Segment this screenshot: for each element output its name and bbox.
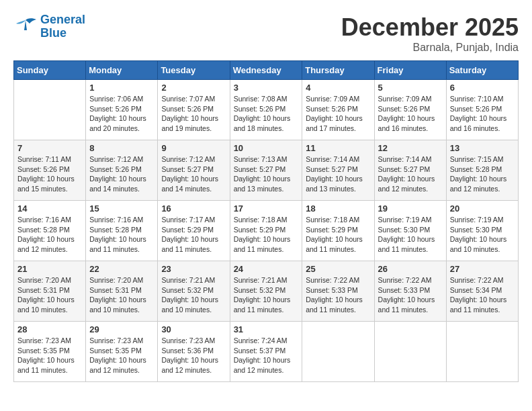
day-info: Sunrise: 7:11 AM Sunset: 5:26 PM Dayligh…	[17, 154, 82, 194]
calendar-day-header: Friday	[374, 61, 446, 80]
day-info: Sunrise: 7:22 AM Sunset: 5:34 PM Dayligh…	[450, 275, 515, 315]
day-number: 20	[450, 203, 515, 214]
day-number: 17	[234, 203, 299, 214]
calendar-week-row: 28Sunrise: 7:23 AM Sunset: 5:35 PM Dayli…	[14, 322, 519, 382]
day-number: 21	[17, 264, 82, 274]
calendar-week-row: 14Sunrise: 7:16 AM Sunset: 5:28 PM Dayli…	[14, 201, 519, 261]
calendar-cell	[374, 322, 446, 382]
calendar-cell: 11Sunrise: 7:14 AM Sunset: 5:27 PM Dayli…	[302, 140, 374, 201]
calendar-cell	[14, 80, 86, 140]
calendar-day-header: Wednesday	[230, 61, 302, 80]
day-number: 5	[378, 83, 443, 93]
day-number: 18	[306, 203, 370, 214]
day-info: Sunrise: 7:09 AM Sunset: 5:26 PM Dayligh…	[306, 94, 370, 134]
calendar-cell: 2Sunrise: 7:07 AM Sunset: 5:26 PM Daylig…	[158, 80, 230, 140]
title-block: December 2025 Barnala, Punjab, India	[341, 13, 519, 54]
calendar-cell: 1Sunrise: 7:06 AM Sunset: 5:26 PM Daylig…	[86, 80, 158, 140]
day-info: Sunrise: 7:18 AM Sunset: 5:29 PM Dayligh…	[306, 215, 370, 255]
day-info: Sunrise: 7:21 AM Sunset: 5:32 PM Dayligh…	[161, 275, 226, 315]
location: Barnala, Punjab, India	[341, 42, 519, 54]
calendar-week-row: 1Sunrise: 7:06 AM Sunset: 5:26 PM Daylig…	[14, 80, 519, 140]
calendar-cell: 23Sunrise: 7:21 AM Sunset: 5:32 PM Dayli…	[158, 261, 230, 322]
calendar-cell	[446, 322, 518, 382]
day-info: Sunrise: 7:24 AM Sunset: 5:37 PM Dayligh…	[234, 336, 299, 375]
calendar-cell: 7Sunrise: 7:11 AM Sunset: 5:26 PM Daylig…	[14, 140, 86, 201]
logo: General Blue	[13, 13, 85, 40]
day-info: Sunrise: 7:08 AM Sunset: 5:26 PM Dayligh…	[234, 94, 299, 134]
calendar-cell: 4Sunrise: 7:09 AM Sunset: 5:26 PM Daylig…	[302, 80, 374, 140]
calendar-cell: 27Sunrise: 7:22 AM Sunset: 5:34 PM Dayli…	[446, 261, 518, 322]
day-info: Sunrise: 7:06 AM Sunset: 5:26 PM Dayligh…	[89, 94, 154, 134]
calendar-day-header: Monday	[86, 61, 158, 80]
month-title: December 2025	[341, 13, 519, 42]
calendar-cell: 14Sunrise: 7:16 AM Sunset: 5:28 PM Dayli…	[14, 201, 86, 261]
calendar-cell: 3Sunrise: 7:08 AM Sunset: 5:26 PM Daylig…	[230, 80, 302, 140]
day-number: 12	[378, 143, 443, 153]
day-number: 3	[234, 83, 299, 93]
calendar-cell: 9Sunrise: 7:12 AM Sunset: 5:27 PM Daylig…	[158, 140, 230, 201]
day-info: Sunrise: 7:16 AM Sunset: 5:28 PM Dayligh…	[89, 215, 154, 255]
day-number: 11	[306, 143, 370, 153]
day-info: Sunrise: 7:13 AM Sunset: 5:27 PM Dayligh…	[234, 154, 299, 194]
day-info: Sunrise: 7:20 AM Sunset: 5:31 PM Dayligh…	[17, 275, 82, 315]
calendar-day-header: Saturday	[446, 61, 518, 80]
calendar-day-header: Sunday	[14, 61, 86, 80]
calendar-day-header: Tuesday	[158, 61, 230, 80]
calendar-cell: 5Sunrise: 7:09 AM Sunset: 5:26 PM Daylig…	[374, 80, 446, 140]
day-number: 31	[234, 324, 299, 334]
day-info: Sunrise: 7:17 AM Sunset: 5:29 PM Dayligh…	[161, 215, 226, 255]
day-number: 15	[89, 203, 154, 214]
calendar-cell: 29Sunrise: 7:23 AM Sunset: 5:35 PM Dayli…	[86, 322, 158, 382]
calendar-cell: 22Sunrise: 7:20 AM Sunset: 5:31 PM Dayli…	[86, 261, 158, 322]
day-number: 2	[161, 83, 226, 93]
day-info: Sunrise: 7:07 AM Sunset: 5:26 PM Dayligh…	[161, 94, 226, 134]
calendar-cell: 17Sunrise: 7:18 AM Sunset: 5:29 PM Dayli…	[230, 201, 302, 261]
calendar-cell: 25Sunrise: 7:22 AM Sunset: 5:33 PM Dayli…	[302, 261, 374, 322]
day-info: Sunrise: 7:20 AM Sunset: 5:31 PM Dayligh…	[89, 275, 154, 315]
day-info: Sunrise: 7:15 AM Sunset: 5:28 PM Dayligh…	[450, 154, 515, 194]
calendar-table: SundayMondayTuesdayWednesdayThursdayFrid…	[13, 60, 519, 382]
calendar-cell	[302, 322, 374, 382]
day-info: Sunrise: 7:16 AM Sunset: 5:28 PM Dayligh…	[17, 215, 82, 255]
day-number: 23	[161, 264, 226, 274]
day-info: Sunrise: 7:22 AM Sunset: 5:33 PM Dayligh…	[378, 275, 443, 315]
day-info: Sunrise: 7:19 AM Sunset: 5:30 PM Dayligh…	[450, 215, 515, 255]
day-number: 30	[161, 324, 226, 334]
logo-text: General Blue	[40, 13, 85, 40]
day-info: Sunrise: 7:19 AM Sunset: 5:30 PM Dayligh…	[378, 215, 443, 255]
day-number: 27	[450, 264, 515, 274]
day-info: Sunrise: 7:18 AM Sunset: 5:29 PM Dayligh…	[234, 215, 299, 255]
calendar-cell: 15Sunrise: 7:16 AM Sunset: 5:28 PM Dayli…	[86, 201, 158, 261]
calendar-cell: 31Sunrise: 7:24 AM Sunset: 5:37 PM Dayli…	[230, 322, 302, 382]
day-number: 13	[450, 143, 515, 153]
day-number: 26	[378, 264, 443, 274]
day-number: 14	[17, 203, 82, 214]
calendar-week-row: 7Sunrise: 7:11 AM Sunset: 5:26 PM Daylig…	[14, 140, 519, 201]
logo-icon	[13, 17, 38, 37]
day-number: 16	[161, 203, 226, 214]
calendar-day-header: Thursday	[302, 61, 374, 80]
calendar-cell: 10Sunrise: 7:13 AM Sunset: 5:27 PM Dayli…	[230, 140, 302, 201]
day-info: Sunrise: 7:23 AM Sunset: 5:35 PM Dayligh…	[17, 336, 82, 375]
day-number: 10	[234, 143, 299, 153]
calendar-cell: 30Sunrise: 7:23 AM Sunset: 5:36 PM Dayli…	[158, 322, 230, 382]
calendar-cell: 28Sunrise: 7:23 AM Sunset: 5:35 PM Dayli…	[14, 322, 86, 382]
calendar-cell: 19Sunrise: 7:19 AM Sunset: 5:30 PM Dayli…	[374, 201, 446, 261]
calendar-cell: 8Sunrise: 7:12 AM Sunset: 5:26 PM Daylig…	[86, 140, 158, 201]
day-number: 29	[89, 324, 154, 334]
day-info: Sunrise: 7:23 AM Sunset: 5:35 PM Dayligh…	[89, 336, 154, 375]
day-info: Sunrise: 7:12 AM Sunset: 5:27 PM Dayligh…	[161, 154, 226, 194]
calendar-cell: 18Sunrise: 7:18 AM Sunset: 5:29 PM Dayli…	[302, 201, 374, 261]
day-info: Sunrise: 7:09 AM Sunset: 5:26 PM Dayligh…	[378, 94, 443, 134]
day-number: 7	[17, 143, 82, 153]
calendar-cell: 13Sunrise: 7:15 AM Sunset: 5:28 PM Dayli…	[446, 140, 518, 201]
calendar-cell: 16Sunrise: 7:17 AM Sunset: 5:29 PM Dayli…	[158, 201, 230, 261]
calendar-cell: 12Sunrise: 7:14 AM Sunset: 5:27 PM Dayli…	[374, 140, 446, 201]
day-number: 8	[89, 143, 154, 153]
day-number: 19	[378, 203, 443, 214]
day-info: Sunrise: 7:23 AM Sunset: 5:36 PM Dayligh…	[161, 336, 226, 375]
day-number: 4	[306, 83, 370, 93]
day-number: 25	[306, 264, 370, 274]
calendar-header-row: SundayMondayTuesdayWednesdayThursdayFrid…	[14, 61, 519, 80]
day-number: 9	[161, 143, 226, 153]
